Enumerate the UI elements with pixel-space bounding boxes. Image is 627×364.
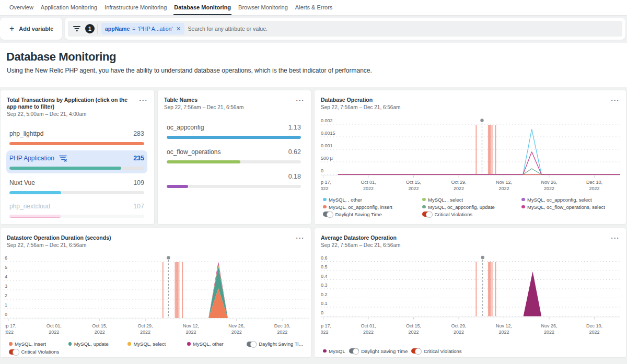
- x-axis-label: 2022: [408, 330, 419, 335]
- bar-label[interactable]: PHP Application: [9, 155, 54, 162]
- x-axis-label: 2022: [499, 186, 509, 191]
- plus-icon: +: [9, 25, 14, 33]
- x-axis-label: Oct 29,: [451, 323, 467, 328]
- bar-row-line: PHP Application235: [9, 153, 144, 163]
- bar-value: 235: [133, 155, 144, 162]
- y-axis-label: 1: [5, 302, 7, 308]
- series-area: [24, 288, 308, 318]
- y-axis-label: 0.4: [321, 274, 328, 279]
- y-axis-label: 0.0015: [321, 131, 335, 136]
- nav-tab-infrastructure-monitoring[interactable]: Infrastructure Monitoring: [104, 1, 167, 15]
- add-variable-button[interactable]: + Add variable: [0, 18, 62, 40]
- x-axis-label: Oct 29,: [138, 323, 153, 328]
- x-axis-label: 2022: [408, 186, 419, 191]
- database-operation-plot: 0500 µ0.0010.00150.002Sep 17,2022Oct 01,…: [315, 90, 626, 224]
- page-description: Using the New Relic PHP agent, you have …: [7, 67, 372, 74]
- bar-value: 1.13: [288, 124, 301, 131]
- x-axis-label: 2022: [49, 330, 59, 335]
- x-axis-label: Oct 01,: [361, 180, 376, 185]
- bar-fill: [167, 160, 240, 163]
- y-axis-label: 2: [5, 293, 7, 298]
- filter-pill-operator: =: [132, 26, 135, 32]
- filter-x-icon[interactable]: [59, 155, 67, 162]
- x-axis-label: Nov 12,: [496, 323, 512, 328]
- nav-tab-alerts-errors[interactable]: Alerts & Errors: [295, 1, 333, 15]
- bar-value: 109: [133, 179, 144, 186]
- x-axis-label: Nov 26,: [541, 180, 558, 185]
- bar-label[interactable]: oc_flow_operations: [167, 148, 220, 156]
- x-axis-label: Dec 10,: [586, 323, 602, 328]
- bar-label[interactable]: php_nextcloud: [9, 203, 50, 210]
- filter-pill-close-icon[interactable]: ×: [176, 25, 180, 32]
- x-axis-label: Oct 15,: [92, 323, 107, 328]
- filter-pill-attribute: appName: [105, 26, 130, 32]
- y-axis-label: 0.001: [321, 143, 333, 148]
- nav-tab-application-monitoring[interactable]: Application Monitoring: [40, 1, 98, 15]
- bar-row-php_lighttpd: php_lighttpd283: [9, 128, 144, 145]
- bar-track: [9, 142, 144, 145]
- series-area: [24, 266, 308, 318]
- page-title: Database Monitoring: [6, 50, 116, 64]
- bar-list: oc_appconfig1.13oc_flow_operations0.620.…: [167, 90, 301, 224]
- x-axis-label: Oct 15,: [406, 323, 421, 328]
- bar-row-line: oc_appconfig1.13: [167, 122, 301, 133]
- series-line: [338, 169, 620, 174]
- bar-fill: [167, 185, 188, 188]
- x-axis-label: Oct 01,: [47, 323, 62, 328]
- bar-value: 0.62: [288, 148, 301, 156]
- x-axis-label: 2022: [185, 330, 196, 335]
- x-axis-label: 2022: [499, 330, 509, 335]
- dst-marker-dot[interactable]: [480, 119, 483, 122]
- bar-track: [9, 167, 144, 170]
- bar-label[interactable]: php_lighttpd: [9, 130, 43, 137]
- y-axis-label: 0.6: [321, 255, 328, 261]
- bar-row-line: 0.18: [167, 171, 301, 182]
- bar-value: 0.18: [288, 173, 301, 180]
- panel-database-operation: Database Operation Sep 22, 7:56am – Dec …: [314, 90, 626, 225]
- nav-tab-database-monitoring[interactable]: Database Monitoring: [173, 1, 231, 15]
- bar-track: [167, 185, 301, 188]
- filter-funnel-icon: [73, 26, 80, 32]
- bar-row-oc_appconfig: oc_appconfig1.13: [167, 122, 301, 139]
- dst-marker-dot[interactable]: [481, 256, 484, 259]
- nav-tab-overview[interactable]: Overview: [9, 1, 34, 15]
- dst-marker-dot[interactable]: [167, 256, 170, 259]
- series-area: [24, 262, 308, 318]
- filter-bar: 1 appName = 'PHP A...ation' ×: [65, 18, 625, 40]
- x-axis-label: Oct 01,: [361, 323, 376, 328]
- add-variable-label: Add variable: [19, 26, 53, 32]
- nav-tab-browser-monitoring[interactable]: Browser Monitoring: [238, 1, 288, 15]
- x-axis-label: Nov 12,: [496, 180, 512, 185]
- y-axis-label: 500 µ: [321, 156, 333, 161]
- bar-fill: [9, 167, 121, 170]
- bar-label[interactable]: Nuxt Vue: [9, 179, 35, 186]
- series-area: [338, 272, 620, 316]
- top-nav: OverviewApplication MonitoringInfrastruc…: [0, 0, 627, 16]
- bar-row-line: oc_flow_operations0.62: [167, 147, 301, 157]
- x-axis-label: Oct 29,: [451, 180, 467, 185]
- bar-fill: [9, 191, 61, 194]
- bar-value: 107: [133, 203, 144, 210]
- bar-label[interactable]: oc_appconfig: [167, 124, 204, 131]
- panel-total-transactions: Total Transactions by Application (click…: [0, 90, 155, 225]
- bar-track: [9, 191, 144, 194]
- series-line: [338, 152, 620, 174]
- page-header: Database Monitoring Using the New Relic …: [0, 43, 627, 87]
- x-axis-label: 2022: [231, 330, 242, 335]
- funnel-bar: [75, 28, 79, 29]
- y-axis-label: 0.002: [321, 118, 333, 123]
- filter-count-badge: 1: [85, 24, 95, 33]
- bar-list: php_lighttpd283PHP Application235Nuxt Vu…: [9, 90, 144, 224]
- filter-field[interactable]: 1 appName = 'PHP A...ation' ×: [68, 21, 622, 37]
- x-axis-label: Nov 26,: [541, 323, 558, 328]
- x-axis-label: Nov 12,: [183, 323, 199, 328]
- y-axis-label: 5: [5, 265, 7, 270]
- bar-row-blank: 0.18: [167, 171, 301, 188]
- filter-pill-appname[interactable]: appName = 'PHP A...ation' ×: [101, 23, 184, 34]
- bar-value: 283: [133, 130, 144, 137]
- search-input[interactable]: [188, 26, 622, 32]
- series-area: [24, 264, 308, 319]
- x-axis-label: 2022: [363, 330, 374, 335]
- bar-fill: [9, 215, 61, 218]
- filter-pill-value: 'PHP A...ation': [138, 26, 172, 32]
